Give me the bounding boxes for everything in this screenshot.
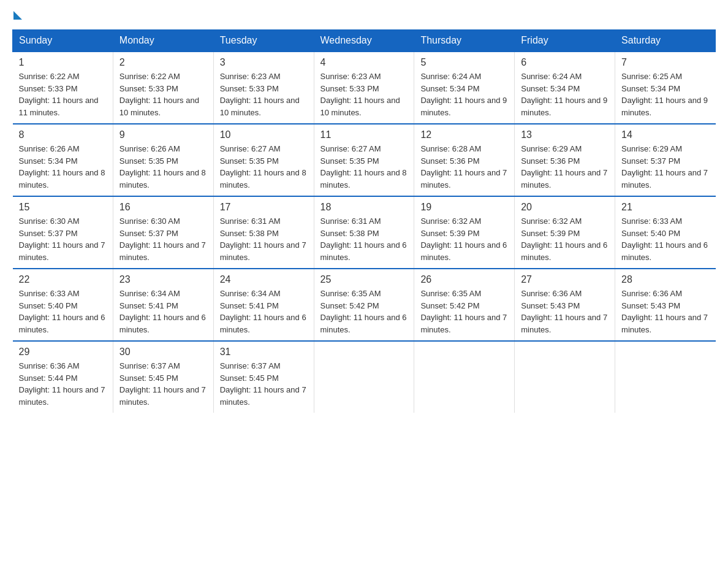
daylight-label: Daylight: 11 hours and 6 minutes. bbox=[420, 240, 507, 262]
calendar-cell bbox=[414, 341, 515, 413]
day-number: 27 bbox=[521, 274, 609, 285]
day-number: 6 bbox=[521, 57, 609, 68]
calendar-cell: 1 Sunrise: 6:22 AM Sunset: 5:33 PM Dayli… bbox=[13, 52, 113, 124]
daylight-label: Daylight: 11 hours and 7 minutes. bbox=[220, 240, 306, 262]
sunrise-label: Sunrise: 6:37 AM bbox=[220, 361, 281, 370]
daylight-label: Daylight: 11 hours and 6 minutes. bbox=[220, 313, 306, 334]
day-number: 4 bbox=[320, 57, 408, 68]
calendar-cell: 19 Sunrise: 6:32 AM Sunset: 5:39 PM Dayl… bbox=[414, 196, 515, 269]
daylight-label: Daylight: 11 hours and 7 minutes. bbox=[19, 240, 105, 262]
calendar-cell bbox=[515, 341, 615, 413]
sunset-label: Sunset: 5:33 PM bbox=[119, 84, 178, 93]
sunset-label: Sunset: 5:43 PM bbox=[521, 301, 580, 310]
sunset-label: Sunset: 5:42 PM bbox=[420, 301, 479, 310]
calendar-cell: 8 Sunrise: 6:26 AM Sunset: 5:34 PM Dayli… bbox=[13, 124, 113, 196]
day-number: 21 bbox=[621, 202, 709, 213]
calendar-cell: 31 Sunrise: 6:37 AM Sunset: 5:45 PM Dayl… bbox=[213, 341, 314, 413]
day-number: 17 bbox=[220, 202, 308, 213]
daylight-label: Daylight: 11 hours and 9 minutes. bbox=[420, 96, 507, 117]
calendar-cell: 26 Sunrise: 6:35 AM Sunset: 5:42 PM Dayl… bbox=[414, 269, 515, 341]
sunrise-label: Sunrise: 6:29 AM bbox=[621, 144, 682, 153]
calendar-cell: 14 Sunrise: 6:29 AM Sunset: 5:37 PM Dayl… bbox=[615, 124, 716, 196]
calendar-cell: 22 Sunrise: 6:33 AM Sunset: 5:40 PM Dayl… bbox=[13, 269, 113, 341]
sunrise-label: Sunrise: 6:23 AM bbox=[320, 72, 381, 81]
day-number: 10 bbox=[220, 129, 308, 140]
sunset-label: Sunset: 5:35 PM bbox=[220, 156, 279, 166]
sunset-label: Sunset: 5:35 PM bbox=[119, 156, 178, 166]
daylight-label: Daylight: 11 hours and 7 minutes. bbox=[521, 168, 607, 190]
sunset-label: Sunset: 5:34 PM bbox=[420, 84, 479, 93]
daylight-label: Daylight: 11 hours and 8 minutes. bbox=[320, 168, 407, 190]
daylight-label: Daylight: 11 hours and 6 minutes. bbox=[521, 240, 607, 262]
sunset-label: Sunset: 5:45 PM bbox=[119, 373, 178, 383]
daylight-label: Daylight: 11 hours and 6 minutes. bbox=[19, 313, 105, 334]
logo-triangle-icon bbox=[13, 11, 22, 20]
weekday-header-wednesday: Wednesday bbox=[314, 30, 414, 52]
sunset-label: Sunset: 5:38 PM bbox=[220, 229, 279, 238]
cell-info: Sunrise: 6:36 AM Sunset: 5:43 PM Dayligh… bbox=[521, 288, 609, 335]
calendar-cell: 21 Sunrise: 6:33 AM Sunset: 5:40 PM Dayl… bbox=[615, 196, 716, 269]
day-number: 5 bbox=[420, 57, 508, 68]
day-number: 30 bbox=[119, 347, 207, 358]
daylight-label: Daylight: 11 hours and 7 minutes. bbox=[119, 385, 206, 407]
weekday-header-friday: Friday bbox=[515, 30, 615, 52]
daylight-label: Daylight: 11 hours and 7 minutes. bbox=[521, 313, 607, 334]
daylight-label: Daylight: 11 hours and 7 minutes. bbox=[119, 240, 206, 262]
day-number: 31 bbox=[220, 347, 308, 358]
cell-info: Sunrise: 6:32 AM Sunset: 5:39 PM Dayligh… bbox=[521, 215, 609, 263]
sunrise-label: Sunrise: 6:31 AM bbox=[220, 216, 281, 226]
sunset-label: Sunset: 5:34 PM bbox=[621, 84, 680, 93]
day-number: 20 bbox=[521, 202, 609, 213]
cell-info: Sunrise: 6:23 AM Sunset: 5:33 PM Dayligh… bbox=[220, 71, 308, 118]
sunset-label: Sunset: 5:43 PM bbox=[621, 301, 680, 310]
sunrise-label: Sunrise: 6:30 AM bbox=[19, 216, 80, 226]
day-number: 12 bbox=[420, 129, 508, 140]
daylight-label: Daylight: 11 hours and 8 minutes. bbox=[220, 168, 306, 190]
cell-info: Sunrise: 6:31 AM Sunset: 5:38 PM Dayligh… bbox=[320, 215, 408, 263]
sunset-label: Sunset: 5:37 PM bbox=[621, 156, 680, 166]
sunrise-label: Sunrise: 6:24 AM bbox=[420, 72, 481, 81]
day-number: 29 bbox=[19, 347, 107, 358]
sunrise-label: Sunrise: 6:37 AM bbox=[119, 361, 180, 370]
sunset-label: Sunset: 5:40 PM bbox=[19, 301, 78, 310]
sunset-label: Sunset: 5:33 PM bbox=[19, 84, 78, 93]
calendar-cell: 5 Sunrise: 6:24 AM Sunset: 5:34 PM Dayli… bbox=[414, 52, 515, 124]
calendar-week-row: 29 Sunrise: 6:36 AM Sunset: 5:44 PM Dayl… bbox=[13, 341, 716, 413]
day-number: 19 bbox=[420, 202, 508, 213]
sunrise-label: Sunrise: 6:36 AM bbox=[19, 361, 80, 370]
cell-info: Sunrise: 6:22 AM Sunset: 5:33 PM Dayligh… bbox=[119, 71, 207, 118]
sunrise-label: Sunrise: 6:32 AM bbox=[420, 216, 481, 226]
calendar-cell: 30 Sunrise: 6:37 AM Sunset: 5:45 PM Dayl… bbox=[113, 341, 213, 413]
daylight-label: Daylight: 11 hours and 8 minutes. bbox=[19, 168, 105, 190]
day-number: 11 bbox=[320, 129, 408, 140]
daylight-label: Daylight: 11 hours and 10 minutes. bbox=[220, 96, 300, 117]
daylight-label: Daylight: 11 hours and 6 minutes. bbox=[320, 313, 407, 334]
sunrise-label: Sunrise: 6:32 AM bbox=[521, 216, 582, 226]
weekday-header-thursday: Thursday bbox=[414, 30, 515, 52]
calendar-cell: 25 Sunrise: 6:35 AM Sunset: 5:42 PM Dayl… bbox=[314, 269, 414, 341]
sunrise-label: Sunrise: 6:35 AM bbox=[320, 289, 381, 298]
daylight-label: Daylight: 11 hours and 7 minutes. bbox=[420, 168, 507, 190]
daylight-label: Daylight: 11 hours and 6 minutes. bbox=[621, 240, 708, 262]
day-number: 16 bbox=[119, 202, 207, 213]
sunset-label: Sunset: 5:34 PM bbox=[521, 84, 580, 93]
sunrise-label: Sunrise: 6:26 AM bbox=[119, 144, 180, 153]
calendar-cell: 29 Sunrise: 6:36 AM Sunset: 5:44 PM Dayl… bbox=[13, 341, 113, 413]
sunset-label: Sunset: 5:35 PM bbox=[320, 156, 379, 166]
calendar-cell: 11 Sunrise: 6:27 AM Sunset: 5:35 PM Dayl… bbox=[314, 124, 414, 196]
sunset-label: Sunset: 5:36 PM bbox=[420, 156, 479, 166]
cell-info: Sunrise: 6:27 AM Sunset: 5:35 PM Dayligh… bbox=[220, 143, 308, 191]
daylight-label: Daylight: 11 hours and 6 minutes. bbox=[119, 313, 206, 334]
cell-info: Sunrise: 6:35 AM Sunset: 5:42 PM Dayligh… bbox=[320, 288, 408, 335]
day-number: 2 bbox=[119, 57, 207, 68]
calendar-cell: 16 Sunrise: 6:30 AM Sunset: 5:37 PM Dayl… bbox=[113, 196, 213, 269]
calendar-week-row: 15 Sunrise: 6:30 AM Sunset: 5:37 PM Dayl… bbox=[13, 196, 716, 269]
cell-info: Sunrise: 6:32 AM Sunset: 5:39 PM Dayligh… bbox=[420, 215, 508, 263]
weekday-header-tuesday: Tuesday bbox=[213, 30, 314, 52]
sunrise-label: Sunrise: 6:36 AM bbox=[621, 289, 682, 298]
sunset-label: Sunset: 5:45 PM bbox=[220, 373, 279, 383]
sunrise-label: Sunrise: 6:27 AM bbox=[220, 144, 281, 153]
cell-info: Sunrise: 6:35 AM Sunset: 5:42 PM Dayligh… bbox=[420, 288, 508, 335]
sunrise-label: Sunrise: 6:28 AM bbox=[420, 144, 481, 153]
cell-info: Sunrise: 6:33 AM Sunset: 5:40 PM Dayligh… bbox=[621, 215, 709, 263]
